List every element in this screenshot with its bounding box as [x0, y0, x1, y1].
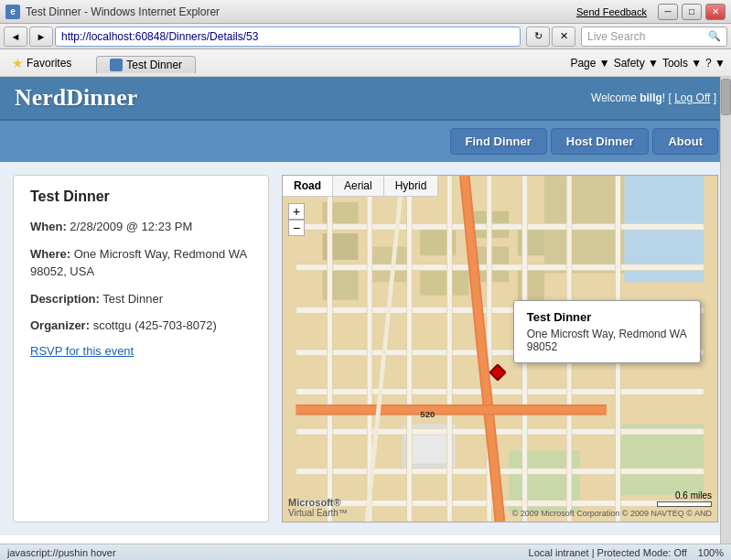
tab-bar: Test Dinner — [96, 53, 196, 73]
site-header: NerdDinner Welcome billg! [ Log Off ] — [0, 77, 731, 121]
map-copyright: © 2009 Microsoft Corporation © 2009 NAVT… — [512, 509, 712, 518]
nav-bar: ◄ ► http://localhost:60848/Dinners/Detai… — [0, 24, 731, 49]
microsoft-branding: Microsoft® — [288, 497, 348, 508]
tools-dropdown[interactable]: Tools ▼ — [662, 57, 702, 70]
page-container: NerdDinner Welcome billg! [ Log Off ] Fi… — [0, 77, 731, 544]
zone-text: Local intranet | Protected Mode: Off — [529, 547, 687, 558]
minimize-button[interactable]: ─ — [658, 4, 678, 20]
map-tab-road[interactable]: Road — [283, 176, 333, 196]
svg-rect-18 — [296, 264, 704, 271]
map-tab-aerial[interactable]: Aerial — [333, 176, 384, 196]
rsvp-link[interactable]: RSVP for this event — [30, 344, 134, 358]
map-background: 520 Test Dinner One Microsft Way, Redmon… — [283, 176, 717, 522]
star-icon: ★ — [12, 56, 24, 70]
svg-text:520: 520 — [420, 409, 435, 419]
welcome-label: Welcome — [591, 92, 637, 104]
description-label: Description: — [30, 292, 100, 306]
ie-icon: e — [5, 5, 20, 19]
map-tabs: Road Aerial Hybrid — [283, 176, 438, 197]
page-dropdown[interactable]: Page ▼ — [570, 57, 609, 70]
map-container: Road Aerial Hybrid + − — [282, 175, 718, 522]
scale-label: 0.6 miles — [675, 490, 712, 501]
map-branding: Microsoft® Virtual Earth™ — [288, 497, 348, 518]
nav-buttons: Find Dinner Host Dinner About — [0, 121, 731, 162]
close-button[interactable]: ✕ — [705, 4, 726, 20]
map-scale: 0.6 miles — [657, 490, 712, 507]
description-value: Test Dinner — [102, 292, 163, 306]
page-tools: Page ▼ Safety ▼ Tools ▼ ? ▼ — [570, 57, 726, 70]
svg-rect-21 — [296, 389, 704, 395]
stop-button[interactable]: ✕ — [552, 27, 575, 47]
about-button[interactable]: About — [652, 128, 718, 155]
zoom-text: 100% — [698, 547, 724, 558]
live-search-label: Live Search — [587, 30, 708, 43]
log-off-link[interactable]: Log Off — [674, 92, 710, 104]
organizer-label: Organizer: — [30, 318, 90, 332]
safety-dropdown[interactable]: Safety ▼ — [614, 57, 659, 70]
page-inner: NerdDinner Welcome billg! [ Log Off ] Fi… — [0, 77, 731, 544]
svg-rect-22 — [296, 428, 704, 435]
map-zoom: + − — [288, 203, 305, 236]
when-label: When: — [30, 220, 67, 233]
scale-bar — [657, 501, 712, 507]
help-dropdown[interactable]: ? ▼ — [705, 57, 726, 70]
status-bar: javascript://pushin hover Local intranet… — [0, 544, 731, 560]
status-right: Local intranet | Protected Mode: Off 100… — [529, 547, 724, 558]
window-title: Test Dinner - Windows Internet Explorer — [26, 5, 220, 18]
title-bar: e Test Dinner - Windows Internet Explore… — [0, 0, 731, 24]
scrollbar[interactable] — [720, 77, 731, 544]
where-row: Where: One Microsft Way, Redmond WA 9805… — [30, 245, 252, 281]
address-bar[interactable]: http://localhost:60848/Dinners/Details/5… — [55, 27, 521, 47]
dinner-title: Test Dinner — [30, 188, 252, 205]
favorites-button[interactable]: ★ Favorites — [5, 53, 78, 73]
title-bar-left: e Test Dinner - Windows Internet Explore… — [5, 5, 220, 19]
popup-title: Test Dinner — [527, 310, 687, 324]
description-row: Description: Test Dinner — [30, 290, 252, 308]
when-value: 2/28/2009 @ 12:23 PM — [70, 220, 192, 233]
browser-tab[interactable]: Test Dinner — [96, 56, 196, 73]
map-popup: Test Dinner One Microsft Way, Redmond WA… — [513, 300, 701, 363]
svg-rect-27 — [407, 176, 413, 522]
refresh-button[interactable]: ↻ — [526, 27, 550, 47]
search-bar[interactable]: Live Search 🔍 — [581, 27, 727, 47]
back-button[interactable]: ◄ — [4, 27, 27, 47]
tab-favicon — [110, 59, 123, 71]
welcome-text: Welcome billg! [ Log Off ] — [591, 92, 716, 104]
send-feedback-link[interactable]: Send Feedback — [576, 6, 647, 17]
where-label: Where: — [30, 247, 70, 261]
scrollbar-thumb[interactable] — [721, 79, 731, 115]
svg-rect-34 — [296, 406, 607, 414]
url-text: http://localhost:60848/Dinners/Details/5… — [61, 30, 258, 43]
organizer-value: scottgu (425-703-8072) — [93, 318, 217, 332]
svg-rect-17 — [296, 223, 704, 230]
map-tab-hybrid[interactable]: Hybrid — [384, 176, 439, 196]
search-icon[interactable]: 🔍 — [708, 30, 721, 42]
title-bar-right: Send Feedback ─ □ ✕ — [576, 4, 726, 20]
svg-rect-16 — [412, 433, 447, 464]
username: billg — [640, 92, 662, 104]
popup-address-line2: 98052 — [527, 340, 687, 353]
popup-address-line1: One Microsft Way, Redmond WA — [527, 328, 687, 340]
toolbar: ★ Favorites Test Dinner Page ▼ Safety ▼ … — [0, 49, 731, 77]
favorites-label: Favorites — [27, 57, 71, 70]
host-dinner-button[interactable]: Host Dinner — [551, 128, 650, 155]
zoom-out-button[interactable]: − — [288, 220, 305, 236]
tab-label: Test Dinner — [126, 59, 182, 71]
content-area: Test Dinner When: 2/28/2009 @ 12:23 PM W… — [0, 162, 731, 535]
organizer-row: Organizer: scottgu (425-703-8072) — [30, 317, 252, 335]
restore-button[interactable]: □ — [682, 4, 702, 20]
svg-rect-13 — [518, 229, 544, 255]
find-dinner-button[interactable]: Find Dinner — [450, 128, 547, 155]
virtual-earth-branding: Virtual Earth™ — [288, 508, 348, 518]
svg-rect-25 — [328, 176, 333, 522]
dinner-details: Test Dinner When: 2/28/2009 @ 12:23 PM W… — [13, 175, 269, 522]
status-text: javascript://pushin hover — [7, 547, 116, 558]
refresh-stop-area: ↻ ✕ — [526, 27, 575, 47]
when-row: When: 2/28/2009 @ 12:23 PM — [30, 218, 252, 236]
zoom-in-button[interactable]: + — [288, 203, 305, 220]
svg-rect-28 — [446, 176, 452, 522]
forward-button[interactable]: ► — [29, 27, 53, 47]
site-title: NerdDinner — [15, 84, 137, 112]
